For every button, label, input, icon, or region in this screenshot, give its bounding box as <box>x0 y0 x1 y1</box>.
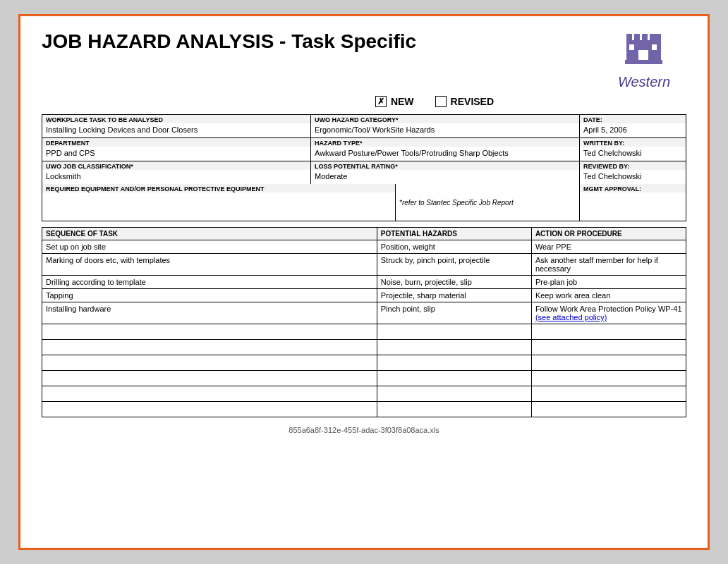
hazard-type-field: HAZARD TYPE* Awkward Posture/Power Tools… <box>311 138 579 161</box>
written-by-field: WRITTEN BY: Ted Chelchowski <box>580 138 686 161</box>
task-hazard-cell <box>377 340 531 355</box>
task-action-cell <box>531 340 686 355</box>
task-hazard-cell: Position, weight <box>377 240 531 254</box>
col-header-hazards: POTENTIAL HAZARDS <box>377 228 531 240</box>
task-hazard-cell: Pinch point, slip <box>377 302 531 324</box>
table-row <box>42 371 686 386</box>
equipment-value <box>42 192 395 221</box>
equipment-field: REQUIRED EQUIPMENT AND/OR PERSONAL PROTE… <box>42 184 396 221</box>
info-left: WORKPLACE TASK TO BE ANALYSED Installing… <box>42 115 311 184</box>
task-seq-cell <box>42 386 377 402</box>
loss-potential-field: LOSS POTENTIAL RATING* Moderate <box>311 161 579 184</box>
table-row: TappingProjectile, sharp materialKeep wo… <box>42 289 686 302</box>
footer: 855a6a8f-312e-455f-adac-3f03f8a08aca.xls <box>42 426 686 434</box>
task-action-cell: Keep work area clean <box>531 289 686 302</box>
table-row <box>42 402 686 417</box>
page: JOB HAZARD ANALYSIS - Task Specific <box>18 14 710 550</box>
task-hazard-cell <box>377 324 531 340</box>
info-mid: UWO HAZARD CATEGORY* Ergonomic/Tool/ Wor… <box>311 115 580 184</box>
task-hazard-cell <box>377 371 531 386</box>
svg-rect-6 <box>638 50 648 60</box>
uwo-job-field: UWO JOB CLASSIFICATION* Locksmith <box>42 161 310 184</box>
mgmt-approval-field: MGMT APPROVAL: <box>580 184 686 221</box>
task-seq-cell <box>42 355 377 371</box>
task-action-cell <box>531 355 686 371</box>
task-seq-cell: Set up on job site <box>42 240 377 254</box>
svg-rect-8 <box>652 44 657 50</box>
department-field: DEPARTMENT PPD and CPS <box>42 138 310 161</box>
svg-rect-0 <box>626 34 632 41</box>
equipment-row: REQUIRED EQUIPMENT AND/OR PERSONAL PROTE… <box>42 184 686 221</box>
table-row: Drilling according to templateNoise, bur… <box>42 276 686 289</box>
table-row <box>42 340 686 355</box>
col-header-sequence: SEQUENCE OF TASK <box>42 228 377 240</box>
task-hazard-cell: Projectile, sharp material <box>377 289 531 302</box>
task-action-cell <box>531 371 686 386</box>
logo-text: Western <box>602 74 686 90</box>
task-seq-cell: Drilling according to template <box>42 276 377 289</box>
svg-rect-2 <box>642 34 648 41</box>
task-seq-cell <box>42 371 377 386</box>
task-seq-cell: Tapping <box>42 289 377 302</box>
status-row: ✗ NEW REVISED <box>183 96 686 107</box>
date-field: DATE: April 5, 2006 <box>580 115 686 138</box>
svg-rect-1 <box>634 34 640 41</box>
stantec-note: *refer to Stantec Specific Job Report <box>396 184 580 221</box>
svg-rect-7 <box>629 44 634 50</box>
new-checkbox: ✗ <box>375 96 387 107</box>
new-status: ✗ NEW <box>375 96 414 107</box>
svg-rect-3 <box>650 34 655 41</box>
workplace-task-field: WORKPLACE TASK TO BE ANALYSED Installing… <box>42 115 310 138</box>
task-hazard-cell <box>377 386 531 402</box>
mgmt-approval-value <box>580 192 686 221</box>
task-hazard-cell: Struck by, pinch point, projectile <box>377 254 531 276</box>
task-action-cell: Ask another staff member for help if nec… <box>531 254 686 276</box>
table-row: Marking of doors etc, with templatesStru… <box>42 254 686 276</box>
info-right: DATE: April 5, 2006 WRITTEN BY: Ted Chel… <box>580 115 686 184</box>
table-row: Installing hardwarePinch point, slipFoll… <box>42 302 686 324</box>
task-action-cell <box>531 402 686 417</box>
task-seq-cell <box>42 340 377 355</box>
task-seq-cell: Marking of doors etc, with templates <box>42 254 377 276</box>
task-action-cell: Wear PPE <box>531 240 686 254</box>
new-label: NEW <box>391 96 414 107</box>
revised-status: REVISED <box>435 96 494 107</box>
task-action-cell: Follow Work Area Protection Policy WP-41… <box>531 302 686 324</box>
task-action-cell <box>531 324 686 340</box>
svg-rect-9 <box>625 60 662 64</box>
table-row: Set up on job sitePosition, weightWear P… <box>42 240 686 254</box>
task-hazard-cell <box>377 355 531 371</box>
task-seq-cell: Installing hardware <box>42 302 377 324</box>
table-row <box>42 324 686 340</box>
info-section: WORKPLACE TASK TO BE ANALYSED Installing… <box>42 114 686 184</box>
col-header-action: ACTION OR PROCEDURE <box>531 228 686 240</box>
header-row: JOB HAZARD ANALYSIS - Task Specific <box>42 30 686 90</box>
logo-area: Western <box>602 30 686 90</box>
task-table: SEQUENCE OF TASK POTENTIAL HAZARDS ACTIO… <box>42 227 686 417</box>
task-hazard-cell: Noise, burn, projectile, slip <box>377 276 531 289</box>
revised-checkbox <box>435 96 447 107</box>
task-seq-cell <box>42 402 377 417</box>
revised-label: REVISED <box>451 96 494 107</box>
table-header-row: SEQUENCE OF TASK POTENTIAL HAZARDS ACTIO… <box>42 228 686 240</box>
reviewed-by-field: REVIEWED BY: Ted Chelchowski <box>580 161 686 184</box>
task-hazard-cell <box>377 402 531 417</box>
table-row <box>42 386 686 402</box>
task-seq-cell <box>42 324 377 340</box>
castle-icon <box>623 30 665 73</box>
page-title: JOB HAZARD ANALYSIS - Task Specific <box>42 30 416 53</box>
svg-rect-4 <box>655 34 661 41</box>
uwo-hazard-field: UWO HAZARD CATEGORY* Ergonomic/Tool/ Wor… <box>311 115 579 138</box>
task-action-cell <box>531 386 686 402</box>
table-row <box>42 355 686 371</box>
task-action-cell: Pre-plan job <box>531 276 686 289</box>
